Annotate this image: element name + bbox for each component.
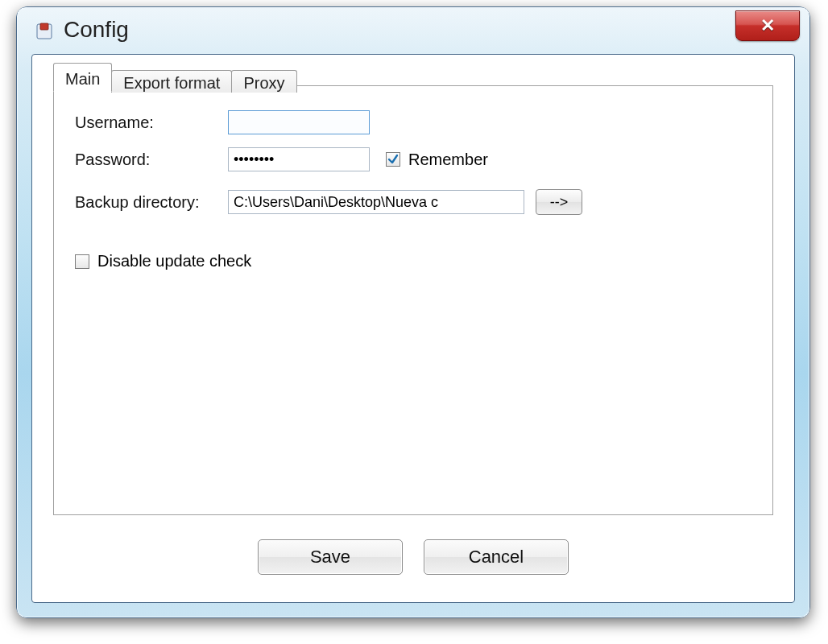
username-label: Username:: [75, 114, 228, 132]
password-label: Password:: [75, 151, 228, 169]
app-icon: [35, 22, 54, 41]
browse-button[interactable]: -->: [536, 189, 582, 215]
remember-label: Remember: [408, 151, 488, 169]
tab-export-label: Export format: [123, 74, 220, 92]
cancel-button-label: Cancel: [469, 547, 524, 567]
cancel-button[interactable]: Cancel: [424, 539, 569, 575]
username-row: Username:: [75, 110, 751, 134]
tab-main-content: Username: Password: Remember: [54, 86, 772, 514]
remember-wrap: Remember: [386, 151, 488, 169]
password-input[interactable]: [228, 147, 370, 171]
close-icon: ✕: [760, 17, 775, 35]
password-row: Password: Remember: [75, 147, 751, 171]
window-title: Config: [64, 17, 129, 43]
tab-main[interactable]: Main: [53, 63, 112, 92]
save-button-label: Save: [310, 547, 350, 567]
remember-checkbox[interactable]: [386, 152, 400, 167]
tab-export-format[interactable]: Export format: [111, 70, 232, 93]
window-frame: Config ✕ Main Export format Proxy: [16, 6, 810, 618]
disable-update-checkbox[interactable]: [75, 254, 89, 269]
titlebar[interactable]: Config ✕: [17, 7, 809, 54]
backup-row: Backup directory: -->: [75, 189, 751, 215]
tab-proxy-label: Proxy: [243, 74, 284, 92]
tab-strip: Main Export format Proxy: [53, 63, 297, 92]
browse-button-label: -->: [550, 194, 569, 211]
tab-panel: Username: Password: Remember: [53, 85, 773, 515]
backup-directory-input[interactable]: [228, 190, 524, 214]
svg-rect-1: [40, 23, 48, 30]
client-area: Main Export format Proxy Username: Pass: [31, 54, 795, 603]
dialog-window: Config ✕ Main Export format Proxy: [16, 6, 810, 618]
close-button[interactable]: ✕: [735, 10, 800, 41]
disable-update-row: Disable update check: [75, 252, 751, 270]
save-button[interactable]: Save: [258, 539, 403, 575]
backup-label: Backup directory:: [75, 193, 228, 212]
disable-update-label: Disable update check: [97, 252, 251, 270]
username-input[interactable]: [228, 110, 370, 134]
tab-main-label: Main: [65, 70, 100, 88]
tab-proxy[interactable]: Proxy: [231, 70, 296, 93]
dialog-button-row: Save Cancel: [32, 539, 794, 575]
